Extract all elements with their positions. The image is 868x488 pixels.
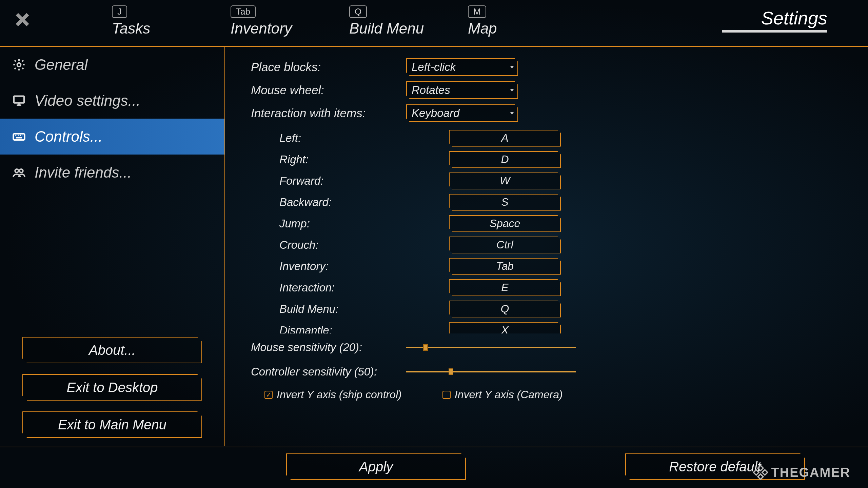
sidebar-item-label: General	[35, 56, 88, 73]
slider-knob[interactable]	[449, 368, 453, 375]
sidebar-item-controls[interactable]: Controls...	[0, 119, 224, 155]
about-button[interactable]: About...	[22, 337, 202, 363]
tab-tasks[interactable]: J Tasks	[112, 5, 231, 37]
keybinding-label: Jump:	[279, 217, 449, 230]
interaction-items-dropdown[interactable]: Keyboard	[406, 104, 518, 122]
keybinding-label: Forward:	[279, 175, 449, 187]
invert-y-ship-checkbox[interactable]: Invert Y axis (ship control)	[264, 388, 402, 401]
sidebar-item-label: Controls...	[35, 128, 103, 145]
tab-map[interactable]: M Map	[468, 5, 587, 37]
people-icon	[12, 166, 26, 179]
keybinding-row: Left:A	[251, 127, 841, 149]
tab-label: Tasks	[112, 20, 231, 37]
keybinding-row: Interaction:E	[251, 277, 841, 298]
sidebar-item-video[interactable]: Video settings...	[0, 83, 224, 119]
controls-panel: Place blocks: Left-click Mouse wheel: Ro…	[226, 47, 868, 446]
mouse-wheel-label: Mouse wheel:	[251, 83, 406, 97]
monitor-icon	[12, 94, 26, 107]
keybinding-row: Right:D	[251, 149, 841, 170]
tab-key-badge: M	[468, 5, 486, 18]
keybinding-label: Right:	[279, 153, 449, 166]
keybinding-label: Inventory:	[279, 260, 449, 273]
keybinding-value[interactable]: D	[449, 151, 561, 168]
top-tabbar: J Tasks Tab Inventory Q Build Menu M Map…	[112, 5, 827, 43]
tab-build-menu[interactable]: Q Build Menu	[349, 5, 468, 37]
slider-knob[interactable]	[423, 344, 428, 351]
exit-main-menu-button[interactable]: Exit to Main Menu	[22, 411, 202, 438]
tab-key-badge: J	[112, 5, 127, 18]
mouse-wheel-dropdown[interactable]: Rotates	[406, 81, 518, 99]
interaction-items-label: Interaction with items:	[251, 106, 406, 120]
keybinding-value[interactable]: Ctrl	[449, 237, 561, 253]
checkbox-icon	[264, 391, 273, 399]
controller-sensitivity-slider[interactable]	[406, 371, 576, 372]
keybinding-value[interactable]: S	[449, 194, 561, 211]
keybinding-value[interactable]: X	[449, 322, 561, 334]
tab-key-badge: Tab	[231, 5, 256, 18]
tab-label: Settings	[722, 7, 827, 28]
keybinding-value[interactable]: Q	[449, 301, 561, 318]
svg-rect-1	[14, 96, 24, 103]
keybinding-row: Forward:W	[251, 170, 841, 191]
sidebar-item-label: Video settings...	[35, 92, 140, 109]
svg-rect-8	[762, 470, 768, 475]
keybinding-label: Crouch:	[279, 239, 449, 251]
keybinding-row: Crouch:Ctrl	[251, 234, 841, 256]
tab-label: Inventory	[231, 20, 349, 37]
svg-rect-2	[13, 134, 24, 140]
svg-point-3	[15, 169, 18, 172]
apply-button[interactable]: Apply	[286, 453, 466, 480]
tab-key-badge: Q	[349, 5, 367, 18]
keybinding-row: Dismantle:X	[251, 320, 841, 333]
keybinding-value[interactable]: Space	[449, 215, 561, 232]
svg-point-4	[20, 169, 23, 172]
keybinding-list: Left:ARight:DForward:WBackward:SJump:Spa…	[251, 127, 841, 333]
svg-rect-5	[758, 465, 763, 471]
invert-y-camera-checkbox[interactable]: Invert Y axis (Camera)	[442, 388, 563, 401]
keybinding-label: Dismantle:	[279, 324, 449, 334]
tab-inventory[interactable]: Tab Inventory	[231, 5, 349, 37]
keybinding-row: Backward:S	[251, 191, 841, 213]
svg-point-0	[17, 63, 21, 67]
svg-rect-7	[753, 470, 759, 475]
keybinding-row: Build Menu:Q	[251, 298, 841, 320]
keybinding-value[interactable]: A	[449, 130, 561, 147]
mouse-sensitivity-slider[interactable]	[406, 347, 576, 348]
controller-sensitivity-label: Controller sensitivity (50):	[251, 365, 406, 378]
keyboard-icon	[12, 130, 26, 143]
svg-rect-6	[758, 474, 763, 480]
tab-label: Map	[468, 20, 587, 37]
keybinding-value[interactable]: E	[449, 279, 561, 296]
tab-settings[interactable]: Settings	[722, 5, 827, 33]
close-button[interactable]	[13, 10, 32, 29]
checkbox-icon	[442, 391, 451, 399]
keybinding-label: Backward:	[279, 196, 449, 209]
gear-icon	[12, 58, 26, 72]
sidebar-item-invite[interactable]: Invite friends...	[0, 155, 224, 190]
logo-icon	[753, 465, 768, 480]
mouse-sensitivity-label: Mouse sensitivity (20):	[251, 341, 406, 354]
sidebar-item-label: Invite friends...	[35, 164, 132, 181]
keybinding-row: Inventory:Tab	[251, 256, 841, 277]
tab-label: Build Menu	[349, 20, 468, 37]
keybinding-row: Jump:Space	[251, 213, 841, 234]
exit-desktop-button[interactable]: Exit to Desktop	[22, 374, 202, 401]
keybinding-label: Build Menu:	[279, 303, 449, 316]
keybinding-label: Interaction:	[279, 281, 449, 294]
sidebar-item-general[interactable]: General	[0, 47, 224, 83]
keybinding-label: Left:	[279, 132, 449, 145]
keybinding-value[interactable]: W	[449, 172, 561, 189]
place-blocks-label: Place blocks:	[251, 60, 406, 74]
place-blocks-dropdown[interactable]: Left-click	[406, 58, 518, 76]
settings-sidebar: General Video settings... Controls... In…	[0, 47, 225, 446]
watermark: THEGAMER	[753, 465, 850, 480]
keybinding-value[interactable]: Tab	[449, 258, 561, 275]
